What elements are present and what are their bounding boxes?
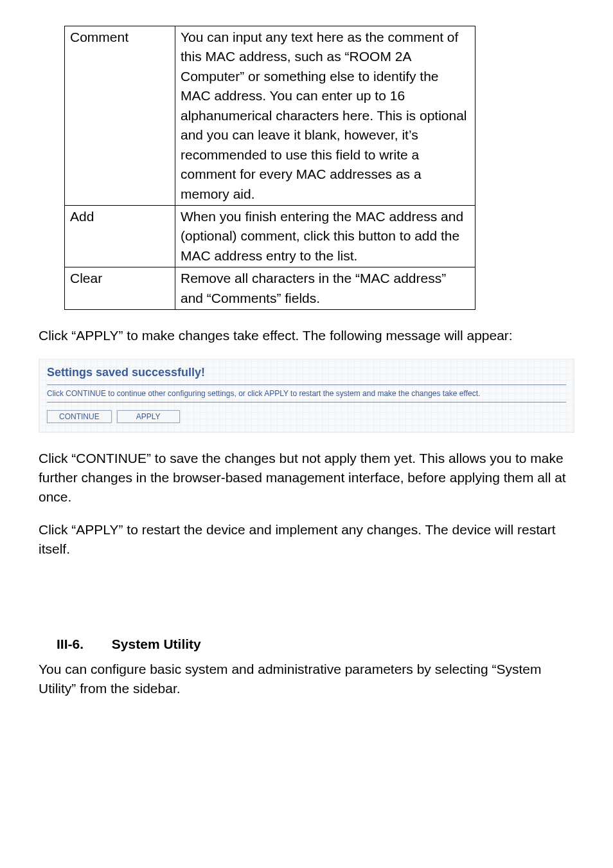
section-number: III-6. xyxy=(57,637,108,652)
paragraph-section-intro: You can configure basic system and admin… xyxy=(39,660,574,699)
desc-cell: When you finish entering the MAC address… xyxy=(175,205,475,267)
panel-subtext: Click CONTINUE to continue other configu… xyxy=(47,384,566,402)
panel-heading: Settings saved successfully! xyxy=(47,366,566,379)
term-cell: Add xyxy=(65,205,175,267)
paragraph-apply-changes: Click “APPLY” to make changes take effec… xyxy=(39,326,574,345)
term-cell: Clear xyxy=(65,267,175,310)
section-title: System Utility xyxy=(112,637,201,651)
table-row: Clear Remove all characters in the “MAC … xyxy=(65,267,475,310)
definition-table: Comment You can input any text here as t… xyxy=(64,26,475,310)
section-heading: III-6. System Utility xyxy=(57,637,574,652)
term-cell: Comment xyxy=(65,26,175,206)
desc-cell: You can input any text here as the comme… xyxy=(175,26,475,206)
panel-button-row: CONTINUE APPLY xyxy=(47,410,566,423)
table-row: Add When you finish entering the MAC add… xyxy=(65,205,475,267)
table-row: Comment You can input any text here as t… xyxy=(65,26,475,206)
desc-cell: Remove all characters in the “MAC addres… xyxy=(175,267,475,310)
paragraph-continue: Click “CONTINUE” to save the changes but… xyxy=(39,449,574,507)
settings-saved-panel: Settings saved successfully! Click CONTI… xyxy=(39,359,574,433)
continue-button[interactable]: CONTINUE xyxy=(47,410,112,423)
apply-button[interactable]: APPLY xyxy=(117,410,180,423)
paragraph-apply-restart: Click “APPLY” to restart the device and … xyxy=(39,520,574,559)
